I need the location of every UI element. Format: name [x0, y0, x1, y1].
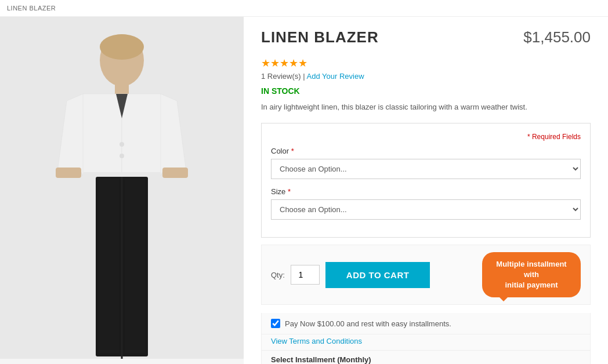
required-fields-note: * Required Fields: [527, 133, 581, 141]
color-label: Color *: [271, 147, 581, 155]
product-price: $1,455.00: [523, 28, 591, 46]
stock-status: IN STOCK: [261, 86, 591, 96]
product-description: In airy lightweight linen, this blazer i…: [261, 101, 591, 114]
svg-rect-22: [162, 168, 188, 178]
svg-point-2: [100, 34, 144, 60]
product-details-column: LINEN BLAZER $1,455.00 ★★★★★ 1 Review(s)…: [244, 17, 608, 364]
product-title: LINEN BLAZER: [261, 28, 379, 46]
view-terms-link[interactable]: View Terms and Conditions: [271, 337, 581, 345]
pay-now-row: Pay Now $100.00 and rest with easy insta…: [261, 313, 591, 334]
size-label-text: Size: [271, 187, 285, 196]
review-count: 1: [261, 72, 265, 81]
breadcrumb: LINEN BLAZER: [0, 0, 608, 17]
color-required-star: *: [291, 147, 294, 155]
review-label: Review(s): [267, 72, 301, 81]
product-rating-stars: ★★★★★: [261, 57, 591, 70]
add-review-link[interactable]: Add Your Review: [307, 72, 364, 81]
size-field-row: Size * Choose an Option...: [271, 187, 581, 220]
size-required-star: *: [288, 187, 291, 196]
pay-now-text: Pay Now $100.00 and rest with easy insta…: [285, 319, 451, 328]
svg-rect-29: [125, 179, 145, 353]
svg-rect-21: [56, 168, 81, 178]
product-image: [0, 17, 244, 359]
qty-input[interactable]: [291, 265, 320, 285]
svg-rect-28: [99, 179, 119, 353]
add-to-cart-button[interactable]: ADD TO CART: [325, 262, 430, 288]
options-header: * Required Fields: [271, 133, 581, 147]
product-image-svg: [0, 17, 244, 359]
breadcrumb-text: LINEN BLAZER: [7, 5, 56, 12]
installment-tooltip: Multiple installment with initial paymen…: [482, 252, 581, 298]
svg-point-24: [120, 142, 124, 147]
size-select[interactable]: Choose an Option...: [271, 199, 581, 220]
installment-section-label: Select Installment (Monthly): [271, 351, 581, 364]
qty-label: Qty:: [271, 271, 285, 279]
installment-section: Select Installment (Monthly) ------Selec…: [261, 351, 591, 364]
pay-now-checkbox[interactable]: [271, 319, 280, 328]
tooltip-line2: initial payment: [505, 281, 558, 289]
product-image-column: [0, 17, 244, 364]
color-select[interactable]: Choose an Option...: [271, 159, 581, 179]
tooltip-line1: Multiple installment with: [496, 260, 566, 279]
size-label: Size *: [271, 187, 581, 196]
qty-cart-row: Qty: ADD TO CART Multiple installment wi…: [261, 245, 591, 305]
product-options-box: * Required Fields Color * Choose an Opti…: [261, 123, 591, 238]
color-field-row: Color * Choose an Option...: [271, 147, 581, 179]
svg-point-25: [120, 154, 124, 158]
color-label-text: Color: [271, 147, 289, 155]
product-reviews: 1 Review(s) | Add Your Review: [261, 72, 591, 81]
